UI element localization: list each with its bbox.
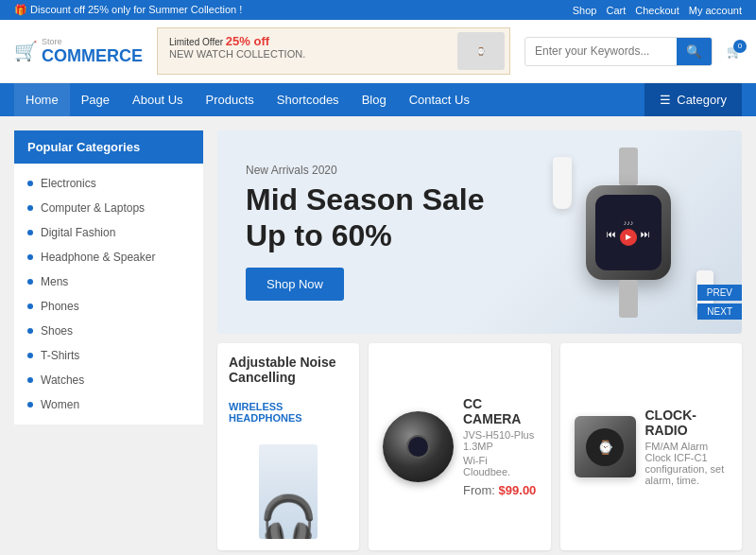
banner-limited: Limited Offer 25% off: [169, 34, 269, 48]
category-label: Category: [677, 93, 727, 107]
clock-radio-name: CLOCK-RADIO: [645, 408, 729, 438]
nav-shortcodes[interactable]: Shortcodes: [266, 83, 351, 116]
hero-text: New Arrivals 2020 Mid Season Sale Up to …: [246, 164, 485, 302]
clock-radio-image: ⌚: [575, 416, 636, 477]
logo[interactable]: 🛒 Store COMMERCE: [14, 37, 143, 66]
cc-camera-name: CC CAMERA: [463, 396, 537, 426]
sidebar-categories: Electronics Computer & Laptops Digital F…: [14, 164, 203, 425]
product-cards-row: Adjustable Noise Cancelling WIRELESS HEA…: [217, 343, 742, 550]
clock-radio-card[interactable]: ⌚ CLOCK-RADIO FM/AM Alarm Clock ICF-C1 c…: [560, 343, 743, 550]
sidebar-cat-label: Headphone & Speaker: [41, 251, 155, 264]
cat-dot: [27, 377, 33, 383]
logo-name: COMMERCE: [42, 46, 143, 65]
myaccount-link[interactable]: My account: [689, 5, 742, 16]
sidebar-item-headphone[interactable]: Headphone & Speaker: [14, 245, 203, 269]
logo-store-label: Store: [42, 37, 143, 46]
cart-icon[interactable]: 🛒 0: [727, 44, 742, 59]
cat-dot: [27, 304, 33, 309]
sidebar-item-mens[interactable]: Mens: [14, 269, 203, 294]
sidebar-item-computers[interactable]: Computer & Laptops: [14, 196, 203, 220]
sidebar-cat-label: Digital Fashion: [41, 226, 115, 239]
sidebar-item-shoes[interactable]: Shoes: [14, 319, 203, 343]
nav-links: Home Page About Us Products Shortcodes B…: [14, 83, 644, 116]
headphone-sub: WIRELESS HEADPHONES: [229, 401, 348, 424]
shop-link[interactable]: Shop: [573, 5, 597, 16]
cat-dot: [27, 328, 33, 334]
cat-dot: [27, 181, 33, 186]
sidebar-cat-label: Watches: [41, 373, 84, 387]
logo-icon: 🛒: [14, 40, 38, 62]
sidebar-item-watches[interactable]: Watches: [14, 368, 203, 392]
hero-title: Mid Season Sale Up to 60%: [246, 182, 485, 254]
cc-camera-card[interactable]: CC CAMERA JVS-H510-Plus 1.3MP Wi-Fi Clou…: [369, 343, 551, 550]
sidebar-cat-label: T-Shirts: [41, 349, 79, 362]
sidebar-cat-label: Women: [41, 398, 79, 411]
promo-text: 🎁 Discount off 25% only for Summer Colle…: [14, 4, 242, 16]
hero-prev-button[interactable]: PREV: [697, 285, 742, 301]
cat-dot: [27, 353, 33, 358]
nav-category[interactable]: ☰ Category: [644, 83, 742, 116]
hamburger-icon: ☰: [660, 93, 671, 107]
sidebar-cat-label: Computer & Laptops: [41, 201, 145, 215]
top-bar: 🎁 Discount off 25% only for Summer Colle…: [0, 0, 756, 20]
cat-dot: [27, 254, 33, 260]
nav-products[interactable]: Products: [195, 83, 266, 116]
sidebar-item-tshirts[interactable]: T-Shirts: [14, 343, 203, 368]
headphone-title: Adjustable Noise Cancelling: [229, 355, 348, 385]
right-content: New Arrivals 2020 Mid Season Sale Up to …: [217, 130, 742, 555]
hero-new-arrivals: New Arrivals 2020: [246, 164, 485, 177]
cat-dot: [27, 205, 33, 211]
banner-title: NEW WATCH COLLECTION.: [169, 48, 305, 60]
sidebar-cat-label: Electronics: [41, 177, 96, 190]
clock-radio-info: CLOCK-RADIO FM/AM Alarm Clock ICF-C1 con…: [645, 408, 729, 486]
cart-link[interactable]: Cart: [606, 5, 626, 16]
sidebar: Popular Categories Electronics Computer …: [14, 130, 203, 555]
sidebar-item-electronics[interactable]: Electronics: [14, 171, 203, 196]
hero-product-image: ♪♪♪ ⏮ ▶ ⏭: [534, 147, 723, 318]
cc-camera-info: CC CAMERA JVS-H510-Plus 1.3MP Wi-Fi Clou…: [463, 396, 537, 497]
nav-contact[interactable]: Contact Us: [398, 83, 481, 116]
nav-about[interactable]: About Us: [121, 83, 194, 116]
main-content: Popular Categories Electronics Computer …: [0, 116, 756, 555]
cc-camera-sub: Wi-Fi Cloudbee.: [463, 455, 537, 477]
smartwatch-image: ♪♪♪ ⏮ ▶ ⏭: [586, 147, 671, 318]
cc-camera-price: From: $99.00: [463, 483, 537, 497]
sidebar-item-digital-fashion[interactable]: Digital Fashion: [14, 220, 203, 245]
top-bar-links: Shop Cart Checkout My account: [573, 5, 742, 16]
search-button[interactable]: 🔍: [677, 38, 712, 65]
airpod-left: [553, 157, 572, 209]
cc-camera-image: [383, 411, 454, 482]
cart-badge: 0: [733, 40, 747, 53]
nav-page[interactable]: Page: [70, 83, 121, 116]
clock-radio-sub: FM/AM Alarm Clock ICF-C1 configuration, …: [645, 441, 729, 486]
header-banner: Limited Offer 25% off NEW WATCH COLLECTI…: [157, 27, 510, 75]
sidebar-cat-label: Phones: [41, 300, 79, 313]
cc-camera-model: JVS-H510-Plus 1.3MP: [463, 429, 537, 452]
headphone-card[interactable]: Adjustable Noise Cancelling WIRELESS HEA…: [217, 343, 359, 550]
sidebar-item-phones[interactable]: Phones: [14, 294, 203, 319]
sidebar-cat-label: Mens: [41, 275, 68, 288]
cat-dot: [27, 402, 33, 408]
nav-blog[interactable]: Blog: [351, 83, 398, 116]
checkout-link[interactable]: Checkout: [635, 5, 679, 16]
sidebar-title: Popular Categories: [14, 130, 203, 164]
navbar: Home Page About Us Products Shortcodes B…: [0, 83, 756, 116]
sidebar-cat-label: Shoes: [41, 324, 73, 338]
hero-banner: New Arrivals 2020 Mid Season Sale Up to …: [217, 130, 742, 334]
cat-dot: [27, 279, 33, 285]
search-input[interactable]: [525, 39, 677, 63]
hero-shop-now-button[interactable]: Shop Now: [246, 268, 344, 301]
nav-home[interactable]: Home: [14, 83, 70, 116]
watch-banner-image: ⌚: [457, 32, 505, 70]
hero-next-button[interactable]: NEXT: [697, 304, 742, 320]
header: 🛒 Store COMMERCE Limited Offer 25% off N…: [0, 20, 756, 83]
cat-dot: [27, 230, 33, 235]
search-box: 🔍: [524, 37, 713, 66]
sidebar-item-women[interactable]: Women: [14, 392, 203, 417]
headphone-image: 🎧: [259, 444, 318, 539]
